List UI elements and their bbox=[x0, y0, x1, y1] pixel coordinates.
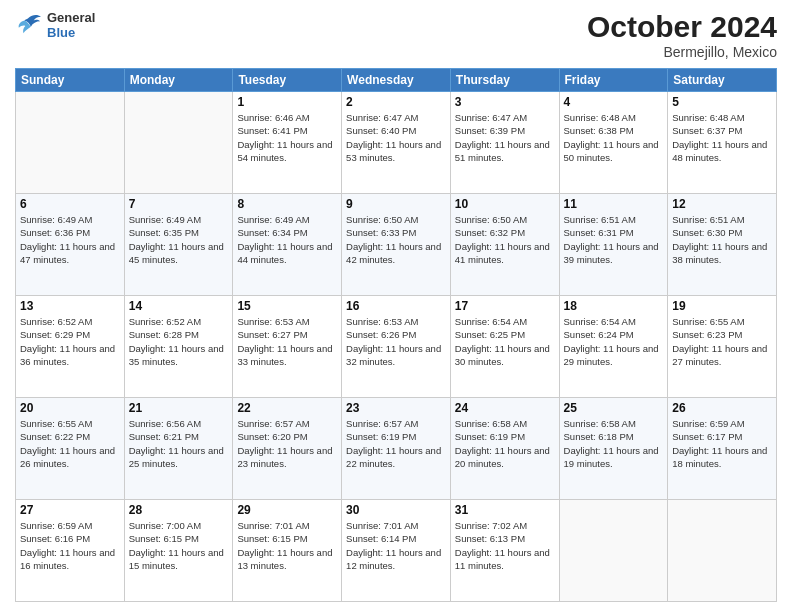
day-cell-2-1: 14Sunrise: 6:52 AM Sunset: 6:28 PM Dayli… bbox=[124, 296, 233, 398]
day-info-16: Sunrise: 6:53 AM Sunset: 6:26 PM Dayligh… bbox=[346, 315, 446, 368]
day-cell-3-4: 24Sunrise: 6:58 AM Sunset: 6:19 PM Dayli… bbox=[450, 398, 559, 500]
day-info-19: Sunrise: 6:55 AM Sunset: 6:23 PM Dayligh… bbox=[672, 315, 772, 368]
day-number-17: 17 bbox=[455, 299, 555, 313]
day-cell-3-5: 25Sunrise: 6:58 AM Sunset: 6:18 PM Dayli… bbox=[559, 398, 668, 500]
day-info-11: Sunrise: 6:51 AM Sunset: 6:31 PM Dayligh… bbox=[564, 213, 664, 266]
day-cell-4-0: 27Sunrise: 6:59 AM Sunset: 6:16 PM Dayli… bbox=[16, 500, 125, 602]
calendar-title: October 2024 bbox=[587, 10, 777, 44]
logo-bird-icon bbox=[15, 13, 43, 37]
logo-blue-text: Blue bbox=[47, 25, 95, 40]
day-number-8: 8 bbox=[237, 197, 337, 211]
day-number-21: 21 bbox=[129, 401, 229, 415]
day-cell-0-3: 2Sunrise: 6:47 AM Sunset: 6:40 PM Daylig… bbox=[342, 92, 451, 194]
day-info-1: Sunrise: 6:46 AM Sunset: 6:41 PM Dayligh… bbox=[237, 111, 337, 164]
day-info-27: Sunrise: 6:59 AM Sunset: 6:16 PM Dayligh… bbox=[20, 519, 120, 572]
day-cell-0-0 bbox=[16, 92, 125, 194]
day-number-30: 30 bbox=[346, 503, 446, 517]
day-info-21: Sunrise: 6:56 AM Sunset: 6:21 PM Dayligh… bbox=[129, 417, 229, 470]
day-cell-0-5: 4Sunrise: 6:48 AM Sunset: 6:38 PM Daylig… bbox=[559, 92, 668, 194]
day-info-12: Sunrise: 6:51 AM Sunset: 6:30 PM Dayligh… bbox=[672, 213, 772, 266]
day-info-18: Sunrise: 6:54 AM Sunset: 6:24 PM Dayligh… bbox=[564, 315, 664, 368]
day-cell-1-0: 6Sunrise: 6:49 AM Sunset: 6:36 PM Daylig… bbox=[16, 194, 125, 296]
day-cell-4-2: 29Sunrise: 7:01 AM Sunset: 6:15 PM Dayli… bbox=[233, 500, 342, 602]
day-number-27: 27 bbox=[20, 503, 120, 517]
logo: General Blue bbox=[15, 10, 95, 40]
day-number-20: 20 bbox=[20, 401, 120, 415]
title-block: October 2024 Bermejillo, Mexico bbox=[587, 10, 777, 60]
day-info-10: Sunrise: 6:50 AM Sunset: 6:32 PM Dayligh… bbox=[455, 213, 555, 266]
day-info-5: Sunrise: 6:48 AM Sunset: 6:37 PM Dayligh… bbox=[672, 111, 772, 164]
day-number-6: 6 bbox=[20, 197, 120, 211]
header-thursday: Thursday bbox=[450, 69, 559, 92]
week-row-3: 13Sunrise: 6:52 AM Sunset: 6:29 PM Dayli… bbox=[16, 296, 777, 398]
day-number-2: 2 bbox=[346, 95, 446, 109]
week-row-1: 1Sunrise: 6:46 AM Sunset: 6:41 PM Daylig… bbox=[16, 92, 777, 194]
day-cell-4-6 bbox=[668, 500, 777, 602]
day-number-5: 5 bbox=[672, 95, 772, 109]
day-number-16: 16 bbox=[346, 299, 446, 313]
day-cell-1-5: 11Sunrise: 6:51 AM Sunset: 6:31 PM Dayli… bbox=[559, 194, 668, 296]
day-cell-4-1: 28Sunrise: 7:00 AM Sunset: 6:15 PM Dayli… bbox=[124, 500, 233, 602]
day-number-10: 10 bbox=[455, 197, 555, 211]
week-row-4: 20Sunrise: 6:55 AM Sunset: 6:22 PM Dayli… bbox=[16, 398, 777, 500]
day-number-13: 13 bbox=[20, 299, 120, 313]
day-cell-0-6: 5Sunrise: 6:48 AM Sunset: 6:37 PM Daylig… bbox=[668, 92, 777, 194]
day-info-26: Sunrise: 6:59 AM Sunset: 6:17 PM Dayligh… bbox=[672, 417, 772, 470]
day-number-26: 26 bbox=[672, 401, 772, 415]
week-row-2: 6Sunrise: 6:49 AM Sunset: 6:36 PM Daylig… bbox=[16, 194, 777, 296]
day-info-20: Sunrise: 6:55 AM Sunset: 6:22 PM Dayligh… bbox=[20, 417, 120, 470]
day-cell-1-4: 10Sunrise: 6:50 AM Sunset: 6:32 PM Dayli… bbox=[450, 194, 559, 296]
day-number-22: 22 bbox=[237, 401, 337, 415]
day-info-2: Sunrise: 6:47 AM Sunset: 6:40 PM Dayligh… bbox=[346, 111, 446, 164]
day-cell-2-5: 18Sunrise: 6:54 AM Sunset: 6:24 PM Dayli… bbox=[559, 296, 668, 398]
day-cell-4-5 bbox=[559, 500, 668, 602]
day-cell-0-4: 3Sunrise: 6:47 AM Sunset: 6:39 PM Daylig… bbox=[450, 92, 559, 194]
day-cell-1-1: 7Sunrise: 6:49 AM Sunset: 6:35 PM Daylig… bbox=[124, 194, 233, 296]
day-number-29: 29 bbox=[237, 503, 337, 517]
day-info-15: Sunrise: 6:53 AM Sunset: 6:27 PM Dayligh… bbox=[237, 315, 337, 368]
calendar-table: SundayMondayTuesdayWednesdayThursdayFrid… bbox=[15, 68, 777, 602]
day-cell-0-1 bbox=[124, 92, 233, 194]
day-cell-3-1: 21Sunrise: 6:56 AM Sunset: 6:21 PM Dayli… bbox=[124, 398, 233, 500]
day-cell-3-6: 26Sunrise: 6:59 AM Sunset: 6:17 PM Dayli… bbox=[668, 398, 777, 500]
day-number-7: 7 bbox=[129, 197, 229, 211]
day-cell-1-3: 9Sunrise: 6:50 AM Sunset: 6:33 PM Daylig… bbox=[342, 194, 451, 296]
header-monday: Monday bbox=[124, 69, 233, 92]
day-number-14: 14 bbox=[129, 299, 229, 313]
day-number-1: 1 bbox=[237, 95, 337, 109]
day-number-31: 31 bbox=[455, 503, 555, 517]
day-cell-4-3: 30Sunrise: 7:01 AM Sunset: 6:14 PM Dayli… bbox=[342, 500, 451, 602]
day-number-12: 12 bbox=[672, 197, 772, 211]
page: General Blue October 2024 Bermejillo, Me… bbox=[0, 0, 792, 612]
day-info-25: Sunrise: 6:58 AM Sunset: 6:18 PM Dayligh… bbox=[564, 417, 664, 470]
day-info-8: Sunrise: 6:49 AM Sunset: 6:34 PM Dayligh… bbox=[237, 213, 337, 266]
day-number-24: 24 bbox=[455, 401, 555, 415]
day-info-6: Sunrise: 6:49 AM Sunset: 6:36 PM Dayligh… bbox=[20, 213, 120, 266]
day-info-29: Sunrise: 7:01 AM Sunset: 6:15 PM Dayligh… bbox=[237, 519, 337, 572]
day-number-9: 9 bbox=[346, 197, 446, 211]
day-cell-1-6: 12Sunrise: 6:51 AM Sunset: 6:30 PM Dayli… bbox=[668, 194, 777, 296]
day-info-7: Sunrise: 6:49 AM Sunset: 6:35 PM Dayligh… bbox=[129, 213, 229, 266]
day-info-24: Sunrise: 6:58 AM Sunset: 6:19 PM Dayligh… bbox=[455, 417, 555, 470]
day-info-30: Sunrise: 7:01 AM Sunset: 6:14 PM Dayligh… bbox=[346, 519, 446, 572]
day-cell-2-2: 15Sunrise: 6:53 AM Sunset: 6:27 PM Dayli… bbox=[233, 296, 342, 398]
day-cell-2-3: 16Sunrise: 6:53 AM Sunset: 6:26 PM Dayli… bbox=[342, 296, 451, 398]
week-row-5: 27Sunrise: 6:59 AM Sunset: 6:16 PM Dayli… bbox=[16, 500, 777, 602]
day-cell-0-2: 1Sunrise: 6:46 AM Sunset: 6:41 PM Daylig… bbox=[233, 92, 342, 194]
day-info-14: Sunrise: 6:52 AM Sunset: 6:28 PM Dayligh… bbox=[129, 315, 229, 368]
header: General Blue October 2024 Bermejillo, Me… bbox=[15, 10, 777, 60]
day-info-31: Sunrise: 7:02 AM Sunset: 6:13 PM Dayligh… bbox=[455, 519, 555, 572]
day-cell-3-3: 23Sunrise: 6:57 AM Sunset: 6:19 PM Dayli… bbox=[342, 398, 451, 500]
header-tuesday: Tuesday bbox=[233, 69, 342, 92]
day-number-11: 11 bbox=[564, 197, 664, 211]
day-number-23: 23 bbox=[346, 401, 446, 415]
day-info-13: Sunrise: 6:52 AM Sunset: 6:29 PM Dayligh… bbox=[20, 315, 120, 368]
header-friday: Friday bbox=[559, 69, 668, 92]
day-cell-2-0: 13Sunrise: 6:52 AM Sunset: 6:29 PM Dayli… bbox=[16, 296, 125, 398]
day-info-17: Sunrise: 6:54 AM Sunset: 6:25 PM Dayligh… bbox=[455, 315, 555, 368]
header-sunday: Sunday bbox=[16, 69, 125, 92]
day-info-23: Sunrise: 6:57 AM Sunset: 6:19 PM Dayligh… bbox=[346, 417, 446, 470]
day-cell-1-2: 8Sunrise: 6:49 AM Sunset: 6:34 PM Daylig… bbox=[233, 194, 342, 296]
day-info-28: Sunrise: 7:00 AM Sunset: 6:15 PM Dayligh… bbox=[129, 519, 229, 572]
day-info-22: Sunrise: 6:57 AM Sunset: 6:20 PM Dayligh… bbox=[237, 417, 337, 470]
